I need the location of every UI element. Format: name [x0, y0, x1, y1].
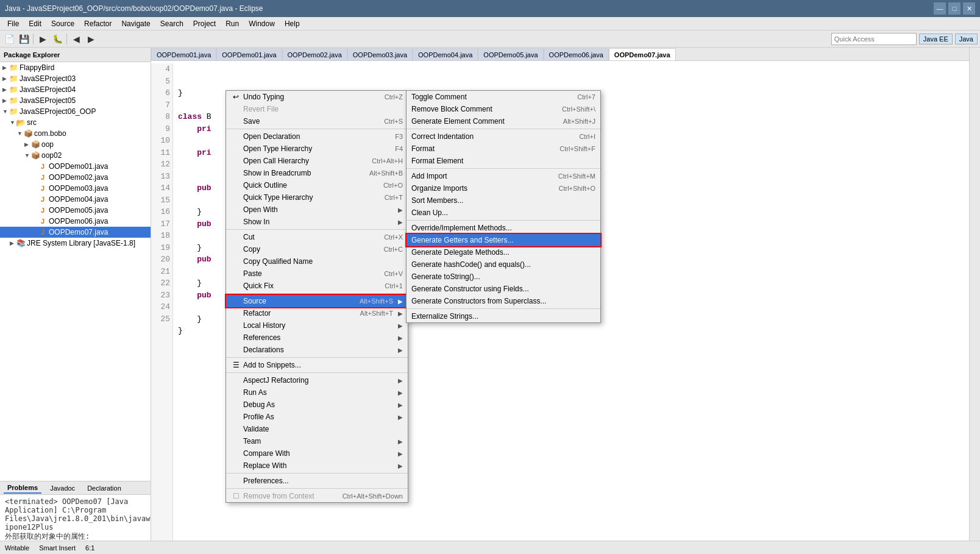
tree-item-demo01[interactable]: J OOPDemo01.java — [0, 161, 151, 172]
tab-oopdemo07[interactable]: OOPDemo07.java — [609, 48, 676, 60]
ctx-preferences[interactable]: Preferences... — [226, 475, 408, 487]
ctx-open-call[interactable]: Open Call Hierarchy Ctrl+Alt+H — [226, 155, 408, 167]
ctx-compare-with[interactable]: Compare With ▶ — [226, 447, 408, 460]
sub-toggle-comment[interactable]: Toggle Comment Ctrl+7 — [407, 91, 600, 103]
menu-edit[interactable]: Edit — [24, 18, 46, 29]
forward-button[interactable]: ▶ — [84, 32, 98, 46]
sub-gen-constructor-fields[interactable]: Generate Constructor using Fields... — [407, 283, 600, 295]
ctx-quick-outline[interactable]: Quick Outline Ctrl+O — [226, 179, 408, 191]
tree-label: JavaSEProject06_OOP — [20, 107, 96, 116]
ctx-local-history[interactable]: Local History ▶ — [226, 319, 408, 332]
sub-format[interactable]: Format Ctrl+Shift+F — [407, 143, 600, 155]
tab-problems[interactable]: Problems — [4, 483, 41, 494]
tree-item-src[interactable]: ▼ 📂 src — [0, 117, 151, 128]
back-button[interactable]: ◀ — [69, 32, 83, 46]
close-button[interactable]: ✕ — [963, 2, 975, 15]
tree-item-demo02[interactable]: J OOPDemo02.java — [0, 172, 151, 183]
tab-oopdemo06[interactable]: OOPDemo06.java — [544, 48, 609, 60]
tab-oopdemo02[interactable]: OOPDemo02.java — [282, 48, 347, 60]
menu-help[interactable]: Help — [280, 18, 305, 29]
tree-item-project03[interactable]: ▶ 📁 JavaSEProject03 — [0, 73, 151, 84]
menu-file[interactable]: File — [2, 18, 24, 29]
ctx-references[interactable]: References ▶ — [226, 332, 408, 344]
ctx-breadcrumb[interactable]: Show in Breadcrumb Alt+Shift+B — [226, 167, 408, 179]
ctx-add-snippets[interactable]: ☰ Add to Snippets... — [226, 359, 408, 371]
ctx-quick-type[interactable]: Quick Type Hierarchy Ctrl+T — [226, 191, 408, 204]
minimize-button[interactable]: — — [934, 2, 946, 15]
ctx-team[interactable]: Team ▶ — [226, 435, 408, 447]
ctx-open-decl[interactable]: Open Declaration F3 — [226, 130, 408, 143]
tree-item-project05[interactable]: ▶ 📁 JavaSEProject05 — [0, 95, 151, 106]
new-button[interactable]: 📄 — [2, 32, 16, 46]
run-button[interactable]: ▶ — [36, 32, 49, 46]
sub-gen-constructor-super[interactable]: Generate Constructors from Superclass... — [407, 295, 600, 307]
java-ee-perspective[interactable]: Java EE — [919, 34, 953, 44]
debug-button[interactable]: 🐛 — [51, 32, 64, 46]
tree-item-com-bobo[interactable]: ▼ 📦 com.bobo — [0, 128, 151, 139]
sub-correct-indent[interactable]: Correct Indentation Ctrl+I — [407, 130, 600, 143]
ctx-save[interactable]: Save Ctrl+S — [226, 115, 408, 127]
ctx-declarations[interactable]: Declarations ▶ — [226, 344, 408, 356]
tree-item-jre[interactable]: ▶ 📚 JRE System Library [JavaSE-1.8] — [0, 238, 151, 249]
tab-oopdemo01-1[interactable]: OOPDemo01.java — [151, 48, 216, 60]
ctx-debug-as[interactable]: Debug As ▶ — [226, 399, 408, 411]
sub-gen-element[interactable]: Generate Element Comment Alt+Shift+J — [407, 115, 600, 127]
sub-organize-imports[interactable]: Organize Imports Ctrl+Shift+O — [407, 182, 600, 194]
sub-add-import[interactable]: Add Import Ctrl+Shift+M — [407, 170, 600, 182]
sub-externalize[interactable]: Externalize Strings... — [407, 310, 600, 322]
ctx-copy[interactable]: Copy Ctrl+C — [226, 243, 408, 255]
sub-sort-members[interactable]: Sort Members... — [407, 194, 600, 207]
ctx-profile-as[interactable]: Profile As ▶ — [226, 411, 408, 423]
maximize-button[interactable]: □ — [948, 2, 960, 15]
tree-item-oop[interactable]: ▶ 📦 oop — [0, 139, 151, 150]
tab-oopdemo01-2[interactable]: OOPDemo01.java — [216, 48, 282, 60]
ctx-quick-fix[interactable]: Quick Fix Ctrl+1 — [226, 280, 408, 292]
java-perspective[interactable]: Java — [955, 34, 978, 44]
tab-oopdemo05[interactable]: OOPDemo05.java — [478, 48, 543, 60]
sub-override[interactable]: Override/Implement Methods... — [407, 222, 600, 234]
menu-window[interactable]: Window — [244, 18, 280, 29]
ctx-copy-qualified[interactable]: Copy Qualified Name — [226, 255, 408, 268]
tab-declaration[interactable]: Declaration — [83, 483, 125, 493]
tree-item-demo04[interactable]: J OOPDemo04.java — [0, 194, 151, 205]
sub-clean-up[interactable]: Clean Up... — [407, 207, 600, 219]
save-button[interactable]: 💾 — [17, 32, 30, 46]
ctx-cut[interactable]: Cut Ctrl+X — [226, 231, 408, 243]
tree-item-demo05[interactable]: J OOPDemo05.java — [0, 205, 151, 216]
sub-format-element[interactable]: Format Element — [407, 155, 600, 167]
menu-source[interactable]: Source — [46, 18, 79, 29]
tab-oopdemo04[interactable]: OOPDemo04.java — [413, 48, 478, 60]
tree-item-oop02[interactable]: ▼ 📦 oop02 — [0, 150, 151, 161]
sub-remove-block[interactable]: Remove Block Comment Ctrl+Shift+\ — [407, 103, 600, 115]
menu-search[interactable]: Search — [155, 18, 188, 29]
ctx-replace-with[interactable]: Replace With ▶ — [226, 460, 408, 472]
ctx-refactor[interactable]: Refactor Alt+Shift+T ▶ — [226, 307, 408, 319]
menu-run[interactable]: Run — [221, 18, 244, 29]
sub-gen-getters-setters[interactable]: Generate Getters and Setters... — [407, 234, 600, 246]
ctx-run-as[interactable]: Run As ▶ — [226, 386, 408, 399]
tree-item-project06[interactable]: ▼ 📁 JavaSEProject06_OOP — [0, 106, 151, 117]
sub-gen-delegate[interactable]: Generate Delegate Methods... — [407, 246, 600, 258]
tree-item-demo07[interactable]: J OOPDemo07.java — [0, 227, 151, 238]
ctx-paste[interactable]: Paste Ctrl+V — [226, 268, 408, 280]
sub-gen-hashcode[interactable]: Generate hashCode() and equals()... — [407, 258, 600, 271]
ctx-open-with[interactable]: Open With ▶ — [226, 204, 408, 216]
tab-oopdemo03[interactable]: OOPDemo03.java — [347, 48, 413, 60]
sub-gen-tostring[interactable]: Generate toString()... — [407, 271, 600, 283]
tree-item-flappybird[interactable]: ▶ 📁 FlappyBird — [0, 62, 151, 73]
tree-item-project04[interactable]: ▶ 📁 JavaSEProject04 — [0, 84, 151, 95]
sidebar-content[interactable]: ▶ 📁 FlappyBird ▶ 📁 JavaSEProject03 ▶ 📁 J… — [0, 62, 151, 481]
tree-item-demo03[interactable]: J OOPDemo03.java — [0, 183, 151, 194]
menu-refactor[interactable]: Refactor — [79, 18, 116, 29]
menu-project[interactable]: Project — [188, 18, 221, 29]
tab-javadoc[interactable]: Javadoc — [46, 483, 79, 493]
tree-item-demo06[interactable]: J OOPDemo06.java — [0, 216, 151, 227]
ctx-source[interactable]: Source Alt+Shift+S ▶ — [226, 295, 408, 307]
quick-access-input[interactable] — [831, 33, 917, 45]
ctx-show-in[interactable]: Show In ▶ — [226, 216, 408, 228]
ctx-aspectj[interactable]: AspectJ Refactoring ▶ — [226, 374, 408, 386]
ctx-open-type[interactable]: Open Type Hierarchy F4 — [226, 143, 408, 155]
menu-navigate[interactable]: Navigate — [116, 18, 155, 29]
ctx-validate[interactable]: Validate — [226, 423, 408, 435]
ctx-undo[interactable]: ↩ Undo Typing Ctrl+Z — [226, 91, 408, 103]
